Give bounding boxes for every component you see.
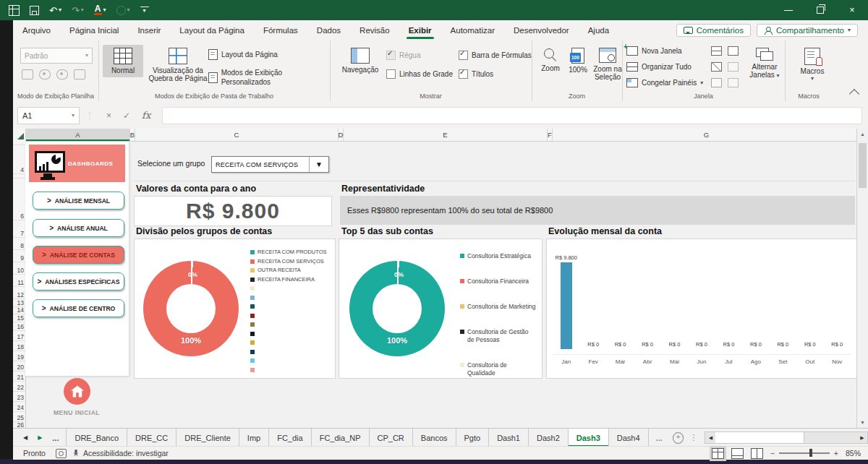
sheet-tab-dre_cc[interactable]: DRE_CC: [127, 429, 176, 447]
row-header-9[interactable]: 9: [13, 250, 25, 262]
macro-record-icon[interactable]: [56, 449, 67, 458]
nav-button-análise-anual[interactable]: >ANÁLISE ANUAL: [33, 219, 124, 237]
column-header-D[interactable]: D: [339, 129, 344, 141]
sheet-tab-fc_dia[interactable]: FC_dia: [269, 429, 311, 447]
normal-view-toggle[interactable]: [712, 448, 724, 459]
checkbox-títulos[interactable]: Títulos: [459, 68, 532, 80]
sheet-tab-bancos[interactable]: Bancos: [413, 429, 456, 447]
scroll-right-icon[interactable]: ▶: [857, 432, 867, 443]
bar-column-abr[interactable]: R$ 0: [634, 341, 660, 349]
row-header-21[interactable]: 21: [13, 371, 25, 382]
tab-scroll-right-icon[interactable]: ▶: [38, 434, 42, 441]
bar-column-set[interactable]: R$ 0: [770, 341, 796, 349]
donut1-chart[interactable]: 0% 100%: [143, 261, 239, 356]
tab-overflow-left[interactable]: ...: [52, 434, 59, 442]
bar-column-mar[interactable]: R$ 0: [607, 341, 634, 349]
nav-button-análise-mensal[interactable]: >ANÁLISE MENSAL: [33, 192, 124, 210]
column-header-G[interactable]: G: [553, 129, 861, 141]
formula-input[interactable]: [162, 107, 862, 124]
restore-button[interactable]: [804, 0, 836, 20]
tab-exibir[interactable]: Exibir: [399, 21, 441, 40]
sheet-tab-fc_dia_np[interactable]: FC_dia_NP: [312, 429, 370, 447]
switch-windows-button[interactable]: Alternar Janelas ▾: [741, 45, 788, 82]
minimize-button[interactable]: —: [773, 0, 804, 20]
tab-layout-da-página[interactable]: Layout da Página: [170, 21, 254, 40]
bar-column-nov[interactable]: R$ 0: [824, 341, 851, 349]
collapse-ribbon-icon[interactable]: [849, 89, 859, 99]
tab-dados[interactable]: Dados: [307, 21, 350, 40]
sheet-tab-dre_banco[interactable]: DRE_Banco: [66, 429, 127, 447]
comments-button[interactable]: Comentários: [676, 24, 751, 37]
sheet-tab-cp_cr[interactable]: CP_CR: [370, 429, 413, 447]
tab-automatizar[interactable]: Automatizar: [441, 21, 504, 40]
vertical-scroll-thumb[interactable]: [859, 143, 867, 188]
checkbox-icon[interactable]: [459, 69, 468, 79]
scroll-up-icon[interactable]: ▲: [857, 129, 868, 139]
font-color-icon[interactable]: A▾: [94, 5, 106, 15]
donut2-chart[interactable]: 0% 100%: [349, 261, 445, 356]
page-layout-view-toggle[interactable]: [731, 448, 744, 459]
page-layout-button[interactable]: Layout da Página: [208, 49, 278, 60]
tab-inserir[interactable]: Inserir: [128, 21, 170, 40]
nav-button-análise-de-contas[interactable]: >ANÁLISE DE CONTAS: [33, 246, 124, 264]
share-button[interactable]: Compartilhamento ▾: [757, 24, 858, 37]
tab-fórmulas[interactable]: Fórmulas: [254, 21, 307, 40]
bar-column-jul[interactable]: R$ 0: [715, 341, 742, 349]
row-header-7[interactable]: 7: [13, 220, 25, 238]
bar-column-out[interactable]: R$ 0: [796, 341, 823, 349]
enter-icon[interactable]: ✓: [123, 111, 130, 121]
row-header-19[interactable]: 19: [13, 351, 25, 361]
navigation-button[interactable]: Navegação: [336, 45, 385, 77]
column-header-B[interactable]: B: [130, 129, 135, 141]
sheet-tab-pgto[interactable]: Pgto: [456, 429, 490, 447]
checkbox-icon[interactable]: [459, 51, 468, 60]
column-header-F[interactable]: F: [548, 129, 553, 141]
row-header-20[interactable]: 20: [13, 361, 25, 371]
row-header-14[interactable]: 14: [13, 307, 25, 314]
row-header-18[interactable]: 18: [13, 341, 25, 351]
zoom-in-icon[interactable]: +: [834, 449, 838, 457]
row-header-24[interactable]: 24: [13, 402, 25, 412]
zoom-slider-thumb[interactable]: [809, 449, 812, 457]
bar-chart[interactable]: R$ 9.800R$ 0R$ 0R$ 0R$ 0R$ 0R$ 0R$ 0R$ 0…: [553, 251, 851, 349]
row-header-22[interactable]: 22: [13, 382, 25, 392]
row-header-15[interactable]: 15: [13, 314, 25, 322]
undo-icon[interactable]: ↶▾: [49, 5, 61, 16]
combo-dropdown-icon[interactable]: ▼: [309, 157, 328, 172]
bar-column-mai[interactable]: R$ 0: [661, 341, 688, 349]
row-header-11[interactable]: 11: [13, 275, 25, 287]
row-header-17[interactable]: 17: [13, 331, 25, 341]
tab-overflow-right[interactable]: ...: [656, 434, 663, 442]
zoom-slider[interactable]: − +: [770, 449, 838, 457]
checkbox-barra-de-fórmulas[interactable]: Barra de Fórmulas: [459, 49, 532, 61]
macros-button[interactable]: Macros ▾: [793, 45, 831, 85]
legend-item[interactable]: Consultoria Estratégica: [460, 252, 536, 260]
legend-item[interactable]: Consultoria de Qualidade: [460, 361, 536, 377]
sheet-tab-dash1[interactable]: Dash1: [489, 429, 529, 447]
accessibility-status[interactable]: Acessibilidade: investigar: [83, 449, 169, 457]
custom-views-button[interactable]: Modos de Exibição Personalizados: [208, 68, 330, 87]
horizontal-scrollbar[interactable]: ◀ ▶: [705, 431, 868, 444]
row-header-23[interactable]: 23: [13, 392, 25, 402]
legend-item[interactable]: Consultoria de Gestão de Pessoas: [460, 328, 536, 344]
sheet-tab-dash4[interactable]: Dash4: [609, 429, 649, 447]
zoom-level[interactable]: 85%: [846, 449, 861, 457]
row-header-16[interactable]: 16: [13, 322, 25, 331]
legend-item[interactable]: Consultoria Financeira: [460, 278, 536, 285]
bar-column-ago[interactable]: R$ 0: [742, 341, 769, 349]
close-button[interactable]: ×: [836, 0, 868, 20]
zoom-to-selection-button[interactable]: Zoom na Seleção: [588, 45, 627, 84]
checkbox-linhas-de-grade[interactable]: Linhas de Grade: [386, 68, 453, 80]
tab-scroll-left-icon[interactable]: ◀: [23, 434, 27, 441]
menu-inicial-button[interactable]: [64, 378, 90, 405]
name-box[interactable]: A1▾: [17, 107, 80, 124]
tab-desenvolvedor[interactable]: Desenvolvedor: [504, 21, 579, 40]
legend-item[interactable]: RECEITA FINANCEIRA: [250, 275, 327, 285]
scroll-down-icon[interactable]: ▼: [857, 417, 868, 428]
horizontal-scroll-thumb[interactable]: [715, 432, 804, 443]
vertical-scrollbar[interactable]: ▲ ▼: [856, 129, 868, 428]
hide-window-icon[interactable]: [711, 62, 722, 72]
legend-item[interactable]: RECEITA COM SERVIÇOS: [250, 257, 327, 267]
row-header-25[interactable]: 25: [13, 412, 25, 422]
bar-jan[interactable]: [561, 262, 572, 349]
